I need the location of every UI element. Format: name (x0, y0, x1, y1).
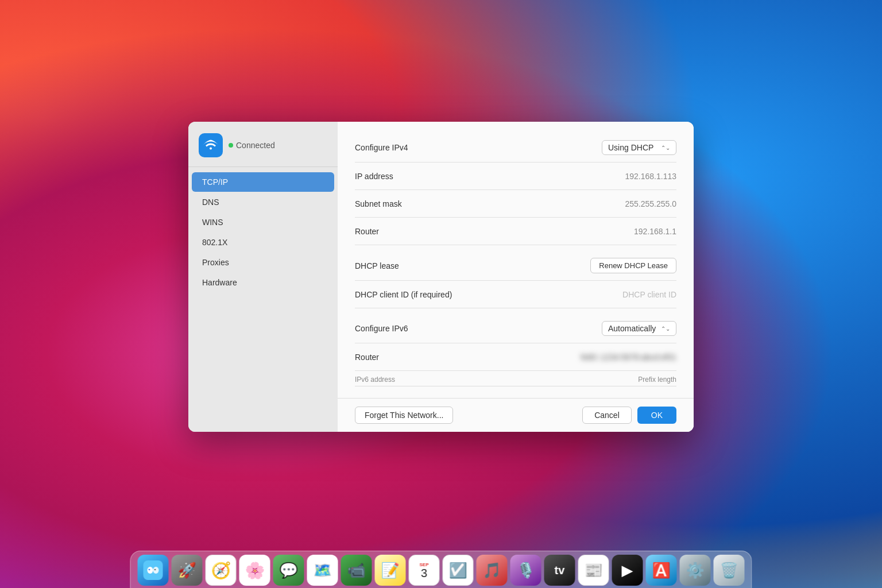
dialog-footer: Forget This Network... Cancel OK (338, 398, 694, 432)
main-content: Configure IPv4 Using DHCP ⌃⌄ IP address … (338, 122, 694, 432)
router-ipv6-label: Router (355, 353, 379, 362)
spacer-2 (355, 308, 676, 314)
forget-network-button[interactable]: Forget This Network... (355, 407, 453, 424)
prefix-length-col-header: Prefix length (638, 376, 676, 384)
chevron-up-down-icon-2: ⌃⌄ (661, 326, 670, 332)
dhcp-client-id-input[interactable]: DHCP client ID (622, 290, 676, 299)
status-text: Connected (236, 141, 275, 150)
router-ipv4-row: Router 192.168.1.1 (355, 218, 676, 245)
dialog-overlay: Connected TCP/IP DNS WINS 802.1X Proxies (0, 0, 882, 588)
dhcp-lease-label: DHCP lease (355, 261, 399, 270)
ip-address-row: IP address 192.168.1.113 (355, 163, 676, 190)
ipv6-column-headers: IPv6 address Prefix length (355, 371, 676, 386)
ok-button[interactable]: OK (637, 407, 676, 424)
chevron-up-down-icon: ⌃⌄ (661, 145, 670, 151)
cancel-button[interactable]: Cancel (582, 407, 632, 424)
sidebar-item-proxies[interactable]: Proxies (192, 253, 334, 272)
configure-ipv4-label: Configure IPv4 (355, 143, 408, 152)
router-ipv6-row: Router fe80::1234:5678:abcd:ef01 (355, 343, 676, 371)
connection-status: Connected (229, 141, 275, 150)
status-dot (229, 143, 233, 148)
subnet-mask-label: Subnet mask (355, 199, 402, 208)
sidebar-header: Connected (188, 122, 338, 167)
sidebar: Connected TCP/IP DNS WINS 802.1X Proxies (188, 122, 338, 432)
configure-ipv4-select[interactable]: Using DHCP ⌃⌄ (602, 140, 676, 155)
ip-address-value: 192.168.1.113 (625, 172, 676, 181)
network-preferences-dialog: Connected TCP/IP DNS WINS 802.1X Proxies (188, 122, 694, 432)
sidebar-item-wins[interactable]: WINS (192, 212, 334, 232)
content-inner: Configure IPv4 Using DHCP ⌃⌄ IP address … (338, 122, 694, 398)
configure-ipv6-row: Configure IPv6 Automatically ⌃⌄ (355, 314, 676, 343)
sidebar-item-tcp-ip[interactable]: TCP/IP (192, 172, 334, 192)
router-ipv6-value: fe80::1234:5678:abcd:ef01 (581, 353, 676, 362)
router-ipv4-value: 192.168.1.1 (634, 227, 676, 236)
ipv6-address-col-header: IPv6 address (355, 376, 395, 384)
dhcp-client-id-label: DHCP client ID (if required) (355, 290, 452, 299)
sidebar-item-dns[interactable]: DNS (192, 192, 334, 212)
dhcp-lease-row: DHCP lease Renew DHCP Lease (355, 251, 676, 281)
subnet-mask-row: Subnet mask 255.255.255.0 (355, 190, 676, 218)
spacer-1 (355, 245, 676, 251)
configure-ipv6-label: Configure IPv6 (355, 324, 408, 333)
ip-address-label: IP address (355, 172, 393, 181)
wifi-icon (203, 139, 219, 152)
configure-ipv6-select[interactable]: Automatically ⌃⌄ (602, 321, 676, 336)
dhcp-client-id-row: DHCP client ID (if required) DHCP client… (355, 281, 676, 308)
wifi-icon-wrapper (199, 133, 223, 157)
sidebar-item-802-1x[interactable]: 802.1X (192, 233, 334, 252)
sidebar-item-hardware[interactable]: Hardware (192, 273, 334, 292)
router-ipv4-label: Router (355, 227, 379, 236)
footer-right-buttons: Cancel OK (582, 407, 676, 424)
subnet-mask-value: 255.255.255.0 (625, 199, 676, 208)
renew-dhcp-lease-button[interactable]: Renew DHCP Lease (590, 258, 676, 273)
sidebar-nav: TCP/IP DNS WINS 802.1X Proxies Hardware (188, 167, 338, 297)
configure-ipv4-row: Configure IPv4 Using DHCP ⌃⌄ (355, 133, 676, 163)
